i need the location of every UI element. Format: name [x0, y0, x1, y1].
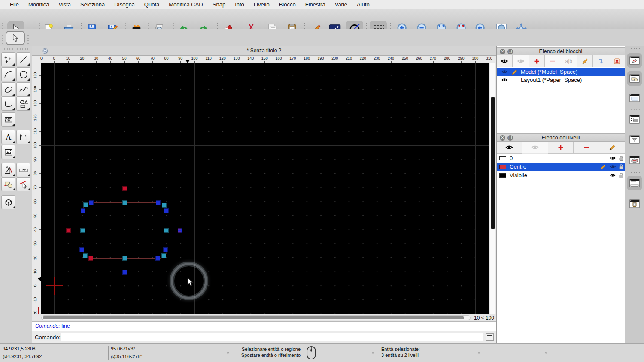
- spline-tool-button[interactable]: [16, 82, 30, 97]
- grip-cyan[interactable]: [122, 256, 127, 261]
- panel-toggle-command-line[interactable]: [627, 176, 642, 190]
- menu-livello[interactable]: Livello: [249, 0, 274, 9]
- layer-row-visibile[interactable]: Visibile: [497, 171, 625, 179]
- layer-row-0[interactable]: 0: [497, 154, 625, 162]
- command-input[interactable]: [61, 333, 483, 341]
- grip-blue[interactable]: [89, 200, 94, 205]
- v-scrollbar-thumb[interactable]: [491, 97, 495, 229]
- menu-disegna[interactable]: Disegna: [109, 0, 140, 9]
- h-scrollbar-thumb[interactable]: [43, 316, 464, 319]
- grip-purple[interactable]: [178, 228, 182, 233]
- menu-seleziona[interactable]: Seleziona: [76, 0, 109, 9]
- panel-toggle-clipboard[interactable]: [627, 196, 642, 211]
- remove-block-entities-button[interactable]: [609, 55, 625, 67]
- modify-tool-button[interactable]: [1, 163, 15, 177]
- hide-all-layers-button[interactable]: [522, 142, 548, 154]
- remove-block-button[interactable]: [545, 55, 561, 67]
- grip-cyan[interactable]: [162, 203, 167, 208]
- menu-blocco[interactable]: Blocco: [274, 0, 301, 9]
- menu-quota[interactable]: Quota: [140, 0, 164, 9]
- solid-tool-button[interactable]: [1, 195, 15, 209]
- grip-red[interactable]: [66, 228, 71, 233]
- panel-toggle-layer-list[interactable]: [627, 71, 642, 86]
- grip-blue[interactable]: [79, 247, 84, 252]
- selected-rounded-rectangle[interactable]: [83, 202, 167, 259]
- panel-toggle-property-editor[interactable]: [627, 112, 642, 127]
- menu-modifica[interactable]: Modifica: [24, 0, 54, 9]
- edit-block-button[interactable]: [577, 55, 593, 67]
- panel-toggle-view-options[interactable]: [627, 153, 642, 167]
- h-ruler-tick: [321, 61, 321, 63]
- command-panel-toggle-button[interactable]: [486, 333, 494, 341]
- menu-file[interactable]: File: [5, 0, 24, 9]
- layer-row-centro[interactable]: Centro: [497, 163, 625, 171]
- remove-layer-button[interactable]: [574, 142, 599, 154]
- h-ruler-label: 100: [191, 56, 197, 60]
- grip-cyan[interactable]: [83, 202, 88, 207]
- grip-blue[interactable]: [164, 208, 169, 213]
- grip-cyan[interactable]: [164, 228, 169, 233]
- grip-cyan[interactable]: [122, 200, 127, 205]
- h-ruler-label: 220: [360, 56, 366, 60]
- lock-icon[interactable]: [619, 172, 624, 178]
- canvas[interactable]: [41, 63, 489, 314]
- grip-blue[interactable]: [122, 270, 127, 275]
- ellipse-tool-button[interactable]: [1, 82, 15, 97]
- show-all-layers-button[interactable]: [497, 142, 522, 154]
- eye-icon[interactable]: [609, 164, 616, 169]
- menu-varie[interactable]: Varie: [330, 0, 352, 9]
- h-ruler-tick: [363, 61, 363, 63]
- show-all-blocks-button[interactable]: [497, 55, 513, 67]
- add-layer-button[interactable]: [548, 142, 574, 154]
- menu-finestra[interactable]: Finestra: [301, 0, 330, 9]
- eye-icon[interactable]: [501, 69, 508, 74]
- line-tool-button[interactable]: [16, 52, 30, 66]
- grip-red[interactable]: [88, 256, 93, 261]
- dimension-tool-button[interactable]: [16, 130, 30, 144]
- block-tool-button[interactable]: [1, 177, 15, 191]
- menu-vista[interactable]: Vista: [54, 0, 76, 9]
- h-scrollbar[interactable]: [41, 315, 471, 320]
- hatch-tool-button[interactable]: [1, 112, 15, 127]
- block-row-layout1[interactable]: Layout1 (*Paper_Space): [497, 76, 625, 84]
- menu-info[interactable]: Info: [230, 0, 249, 9]
- hide-all-blocks-button[interactable]: [513, 55, 529, 67]
- menu-aiuto[interactable]: Aiuto: [352, 0, 374, 9]
- edit-layer-button[interactable]: [599, 142, 625, 154]
- grip-blue[interactable]: [156, 200, 161, 205]
- selection-tool-option-button[interactable]: [6, 31, 25, 45]
- grip-cyan[interactable]: [83, 253, 88, 258]
- grip-blue[interactable]: [81, 208, 85, 213]
- menu-snap[interactable]: Snap: [208, 0, 230, 9]
- grip-blue[interactable]: [155, 256, 160, 261]
- lock-icon[interactable]: [619, 164, 624, 170]
- v-scrollbar[interactable]: [490, 63, 495, 314]
- eye-icon[interactable]: [501, 78, 508, 82]
- insert-block-button[interactable]: [593, 55, 609, 67]
- measure-tool-button[interactable]: [16, 163, 30, 177]
- eye-icon[interactable]: [609, 156, 616, 160]
- panel-toggle-block-list[interactable]: [627, 53, 642, 68]
- point-tool-button[interactable]: [1, 52, 15, 66]
- h-ruler-tick: [237, 61, 237, 63]
- circle-tool-button[interactable]: [16, 67, 30, 81]
- panel-toggle-selection-filter[interactable]: [627, 132, 642, 147]
- grip-cyan[interactable]: [161, 253, 166, 258]
- eye-icon[interactable]: [609, 173, 616, 178]
- selected-centerline-horizontal[interactable]: [68, 230, 180, 230]
- polyline-tool-button[interactable]: [1, 97, 15, 111]
- grip-cyan[interactable]: [80, 228, 85, 233]
- block-row-model[interactable]: Model (*Model_Space): [497, 68, 625, 76]
- text-tool-button[interactable]: A: [1, 130, 15, 144]
- lock-icon[interactable]: [619, 155, 624, 161]
- panel-toggle-library-browser[interactable]: [627, 90, 642, 105]
- add-block-button[interactable]: [529, 55, 545, 67]
- arc-tool-button[interactable]: [1, 67, 15, 81]
- select-entity-tool-button[interactable]: [16, 177, 30, 191]
- grip-blue[interactable]: [163, 247, 168, 252]
- rename-block-button[interactable]: a|b: [561, 55, 577, 67]
- grip-red[interactable]: [122, 186, 127, 191]
- image-tool-button[interactable]: [1, 145, 15, 159]
- menu-modifica-cad[interactable]: Modifica CAD: [164, 0, 207, 9]
- shape-tool-button[interactable]: [16, 97, 30, 111]
